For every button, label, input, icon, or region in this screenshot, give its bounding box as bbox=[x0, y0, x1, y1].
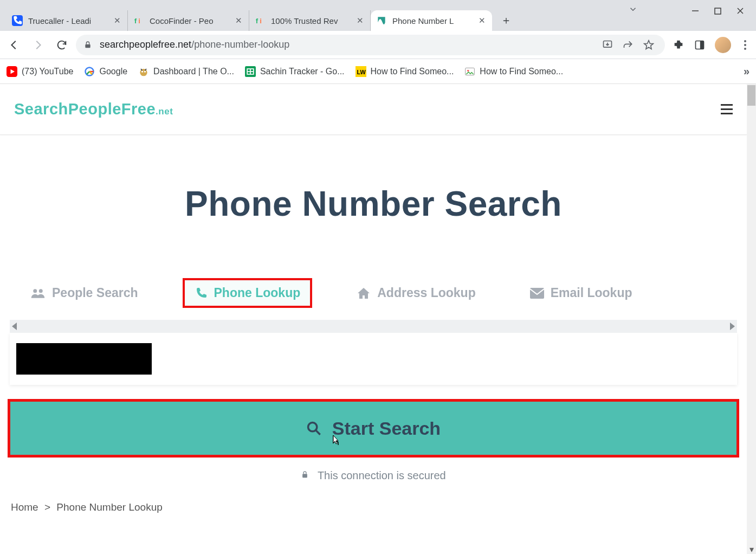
svg-text:f: f bbox=[256, 17, 259, 25]
svg-text:i: i bbox=[260, 17, 262, 25]
svg-rect-1 bbox=[715, 8, 721, 14]
bookmark-google[interactable]: Google bbox=[84, 66, 127, 77]
lock-icon bbox=[301, 469, 312, 481]
cursor-icon bbox=[330, 434, 341, 447]
site-logo[interactable]: SearchPeopleFree.net bbox=[14, 100, 173, 118]
tab-title: 100% Trusted Rev bbox=[271, 16, 353, 25]
tab-label: Address Lookup bbox=[377, 286, 475, 300]
bookmark-find1[interactable]: LW How to Find Someo... bbox=[356, 66, 454, 77]
search-tabs: People Search Phone Lookup Address Looku… bbox=[21, 278, 747, 308]
svg-text:LW: LW bbox=[357, 69, 366, 75]
lock-icon bbox=[83, 41, 92, 49]
home-icon bbox=[357, 287, 371, 300]
browser-toolbar: searchpeoplefree.net/phone-number-lookup bbox=[0, 31, 756, 59]
hamburger-menu-icon[interactable] bbox=[721, 104, 733, 114]
fi-icon: fi bbox=[133, 15, 144, 26]
browser-tab-cocofinder[interactable]: fi CocoFinder - Peo ✕ bbox=[128, 10, 249, 31]
close-tab-icon[interactable]: ✕ bbox=[234, 16, 243, 25]
toolbar-right bbox=[673, 37, 749, 53]
fi-icon: fi bbox=[255, 15, 266, 26]
svg-point-28 bbox=[308, 423, 316, 431]
bookmarks-overflow-icon[interactable]: » bbox=[744, 65, 749, 78]
tab-email-lookup[interactable]: Email Lookup bbox=[520, 278, 642, 308]
svg-text:f: f bbox=[134, 17, 137, 25]
scroll-down-icon[interactable]: ▾ bbox=[747, 545, 756, 554]
bookmark-label: Google bbox=[99, 67, 127, 76]
lw-icon: LW bbox=[356, 66, 366, 77]
bookmark-label: How to Find Someo... bbox=[480, 67, 563, 76]
tab-title: Phone Number L bbox=[392, 16, 475, 25]
reload-button[interactable] bbox=[52, 35, 72, 55]
scrollbar-track[interactable]: ▾ bbox=[747, 84, 756, 554]
redacted-input-value bbox=[16, 343, 152, 375]
wave-icon bbox=[376, 15, 387, 26]
kebab-menu-icon[interactable] bbox=[741, 40, 749, 50]
tab-label: Phone Lookup bbox=[214, 286, 301, 300]
breadcrumb-home[interactable]: Home bbox=[11, 501, 38, 513]
breadcrumb-current: Phone Number Lookup bbox=[56, 501, 162, 513]
search-input-container[interactable] bbox=[10, 333, 737, 385]
browser-tab-truecaller[interactable]: Truecaller - Leadi ✕ bbox=[7, 10, 128, 31]
bookmark-dashboard[interactable]: Dashboard | The O... bbox=[138, 66, 234, 77]
secure-text: This connection is secured bbox=[0, 469, 747, 482]
extensions-icon[interactable] bbox=[673, 39, 684, 51]
envelope-icon bbox=[530, 288, 544, 299]
star-icon[interactable] bbox=[643, 40, 654, 50]
tab-title: Truecaller - Leadi bbox=[28, 16, 110, 25]
close-tab-icon[interactable]: ✕ bbox=[477, 16, 487, 25]
svg-rect-27 bbox=[530, 288, 544, 299]
search-icon bbox=[306, 421, 321, 436]
browser-tab-trusted[interactable]: fi 100% Trusted Rev ✕ bbox=[249, 10, 371, 31]
page-viewport: ▾ SearchPeopleFree.net Phone Number Sear… bbox=[0, 84, 756, 554]
svg-point-26 bbox=[39, 289, 43, 293]
maximize-button[interactable] bbox=[714, 8, 721, 15]
svg-point-25 bbox=[33, 289, 37, 293]
share-icon[interactable] bbox=[623, 40, 634, 50]
page-title: Phone Number Search bbox=[11, 184, 736, 224]
phone-icon bbox=[12, 15, 23, 26]
breadcrumb: Home > Phone Number Lookup bbox=[11, 501, 747, 513]
back-button[interactable] bbox=[4, 35, 24, 55]
browser-titlebar: Truecaller - Leadi ✕ fi CocoFinder - Peo… bbox=[0, 0, 756, 31]
bookmarks-bar: (73) YouTube Google Dashboard | The O...… bbox=[0, 59, 756, 84]
site-header: SearchPeopleFree.net bbox=[0, 84, 747, 135]
bookmark-find2[interactable]: How to Find Someo... bbox=[464, 66, 563, 77]
scroll-strip[interactable] bbox=[10, 320, 737, 333]
browser-tab-active[interactable]: Phone Number L ✕ bbox=[371, 10, 492, 31]
svg-rect-8 bbox=[85, 44, 90, 48]
tab-label: Email Lookup bbox=[551, 286, 632, 300]
install-icon[interactable] bbox=[602, 40, 613, 50]
new-tab-button[interactable]: ＋ bbox=[496, 10, 516, 30]
address-bar-actions bbox=[602, 40, 657, 50]
start-search-label: Start Search bbox=[332, 418, 441, 439]
sidepanel-icon[interactable] bbox=[694, 40, 705, 50]
tab-people-search[interactable]: People Search bbox=[21, 278, 148, 308]
window-controls bbox=[680, 0, 756, 22]
image-icon bbox=[464, 66, 475, 77]
close-tab-icon[interactable]: ✕ bbox=[355, 16, 365, 25]
svg-rect-30 bbox=[302, 474, 307, 478]
svg-line-29 bbox=[315, 430, 320, 435]
svg-point-16 bbox=[144, 70, 146, 72]
close-window-button[interactable] bbox=[736, 7, 744, 15]
close-tab-icon[interactable]: ✕ bbox=[112, 16, 122, 25]
tab-title: CocoFinder - Peo bbox=[150, 16, 231, 25]
tab-address-lookup[interactable]: Address Lookup bbox=[347, 278, 485, 308]
scrollbar-thumb[interactable] bbox=[747, 85, 755, 106]
bookmark-label: How to Find Someo... bbox=[371, 67, 454, 76]
phone-icon bbox=[195, 287, 208, 300]
start-search-button[interactable]: Start Search bbox=[8, 399, 739, 458]
people-icon bbox=[30, 287, 46, 299]
bookmark-youtube[interactable]: (73) YouTube bbox=[7, 66, 73, 77]
bookmark-tracker[interactable]: Sachin Tracker - Go... bbox=[245, 66, 345, 77]
url-text: searchpeoplefree.net/phone-number-lookup bbox=[100, 39, 289, 50]
svg-rect-11 bbox=[700, 41, 704, 49]
forward-button[interactable] bbox=[28, 35, 48, 55]
sheets-icon bbox=[245, 66, 256, 77]
profile-avatar[interactable] bbox=[715, 37, 731, 53]
tab-search-chevron-icon[interactable] bbox=[628, 4, 638, 14]
bookmark-label: (73) YouTube bbox=[22, 67, 73, 76]
tab-phone-lookup[interactable]: Phone Lookup bbox=[183, 278, 313, 308]
minimize-button[interactable] bbox=[692, 7, 699, 15]
address-bar[interactable]: searchpeoplefree.net/phone-number-lookup bbox=[76, 35, 665, 55]
